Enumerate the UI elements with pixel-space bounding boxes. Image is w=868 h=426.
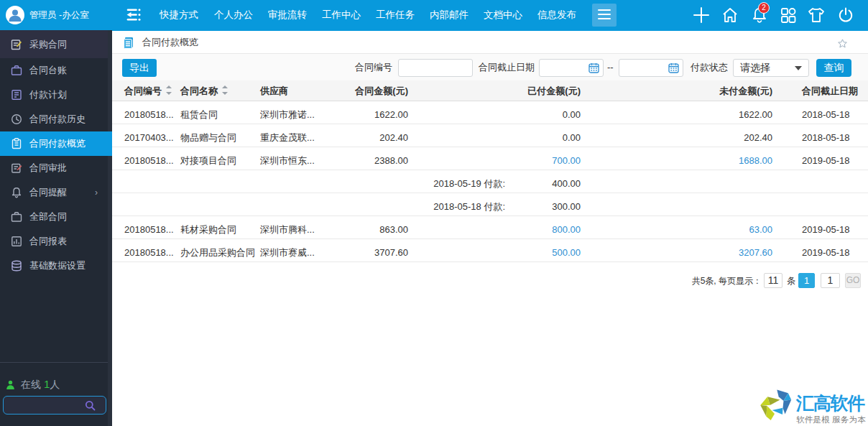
svg-text:软件是根 服务为本: 软件是根 服务为本 xyxy=(796,415,866,424)
svg-text:汇高软件: 汇高软件 xyxy=(795,393,865,413)
